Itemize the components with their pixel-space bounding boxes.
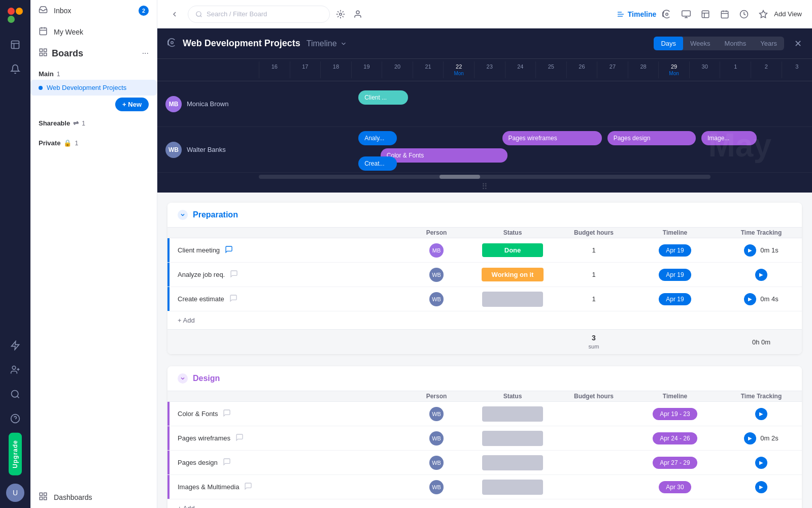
timeline-resize-handle[interactable]: ⠿ [157,181,812,193]
row-status-pages-wireframes[interactable] [467,431,558,446]
comment-icon-estimate[interactable] [229,294,238,304]
status-badge-images-multimedia[interactable] [482,480,543,495]
play-button-pages-wireframes[interactable]: ▶ [744,432,756,444]
new-board-button[interactable]: + New [115,98,149,111]
boards-more-icon[interactable]: ··· [142,49,149,58]
status-badge-analyze[interactable]: Working on it [482,268,544,281]
inbox-badge: 2 [139,6,149,16]
person-add-icon[interactable] [5,360,25,380]
search-bar[interactable]: Search / Filter Board [188,6,330,23]
comment-icon-client[interactable] [225,245,233,255]
preparation-chevron[interactable] [178,210,188,220]
upgrade-button[interactable]: Upgrade [9,433,22,475]
timeline-bar-analyze[interactable]: Analy... [358,131,397,145]
sidebar-item-inbox[interactable]: Inbox 2 [30,0,157,21]
play-button-client[interactable]: ▶ [744,244,756,257]
sidebar-item-shareable[interactable]: Shareable ⇌ 1 [30,113,157,133]
preparation-add-row[interactable]: + Add [167,311,802,329]
row-timeline-estimate[interactable]: Apr 19 [629,293,721,305]
boards-header[interactable]: Boards ··· [30,43,157,64]
play-button-analyze[interactable]: ▶ [755,269,767,281]
app-logo[interactable] [6,6,24,24]
sidebar-item-myweek[interactable]: My Week [30,21,157,43]
years-view-button[interactable]: Years [753,37,784,50]
play-button-images-multimedia[interactable]: ▶ [755,481,767,493]
user-avatar[interactable]: U [6,484,24,502]
comment-icon-pages-design[interactable] [223,458,231,467]
collapse-sidebar-button[interactable] [167,7,182,21]
search-icon[interactable] [5,384,25,404]
status-badge-estimate[interactable] [482,292,543,307]
status-badge-pages-design[interactable] [482,455,543,470]
row-status-color-fonts[interactable] [467,406,558,422]
row-timeline-images-multimedia[interactable]: Apr 30 [629,481,721,493]
months-view-button[interactable]: Months [718,37,754,50]
settings-icon[interactable] [167,38,177,49]
board-item-web-dev[interactable]: Web Development Projects [30,80,157,96]
play-button-color-fonts[interactable]: ▶ [755,408,767,420]
timeline-pill-pages-wireframes[interactable]: Apr 24 - 26 [653,432,697,444]
row-status-images-multimedia[interactable] [467,480,558,495]
row-status-analyze[interactable]: Working on it [467,268,558,281]
row-status-client[interactable]: Done [467,243,558,257]
board-color-dot [39,86,43,90]
table-row-pages-design: Pages design WB Apr 27 - 29 ▶ [167,451,802,475]
row-timeline-client[interactable]: Apr 19 [629,244,721,257]
status-badge-pages-wireframes[interactable] [482,431,543,446]
comment-icon-color-fonts[interactable] [223,409,231,419]
close-timeline-button[interactable]: ✕ [794,38,802,49]
timeline-view-button[interactable]: Timeline [617,10,657,18]
timeline-bar-pages-design[interactable]: Pages design [607,131,696,145]
design-col-header-person: Person [406,393,467,400]
svg-rect-21 [44,493,47,495]
comment-icon-analyze[interactable] [230,270,238,279]
timeline-pill-client[interactable]: Apr 19 [659,244,691,257]
play-button-pages-design[interactable]: ▶ [755,457,767,469]
timeline-pill-estimate[interactable]: Apr 19 [659,293,691,305]
timeline-pill-images-multimedia[interactable]: Apr 30 [659,481,691,493]
row-status-pages-design[interactable] [467,455,558,470]
svg-point-0 [8,8,15,15]
design-chevron[interactable] [178,373,188,384]
row-timeline-pages-design[interactable]: Apr 27 - 29 [629,457,721,469]
comment-icon-pages-wireframes[interactable] [235,433,244,443]
row-tracking-pages-wireframes: ▶ 0m 2s [721,432,802,444]
timeline-bar-color-fonts[interactable]: Color & Fonts [381,148,508,163]
comment-icon-images-multimedia[interactable] [244,482,252,492]
timeline-bar-create[interactable]: Creat... [358,156,397,171]
row-timeline-analyze[interactable]: Apr 19 [629,269,721,281]
group-design-title: Design [193,374,220,383]
timeline-scrollbar[interactable] [259,175,710,179]
design-table-header: Person Status Budget hours Timeline Time… [167,391,802,402]
row-timeline-color-fonts[interactable]: Apr 19 - 23 [629,408,721,420]
sidebar-item-dashboards[interactable]: Dashboards [30,487,157,508]
row-budget-analyze: 1 [558,271,629,278]
question-icon[interactable] [5,408,25,429]
play-button-estimate[interactable]: ▶ [744,293,756,305]
row-person-pages-wireframes: WB [406,431,467,446]
inbox-sidebar-icon[interactable] [5,35,25,55]
timeline-pill-color-fonts[interactable]: Apr 19 - 23 [653,408,697,420]
row-person-client: MB [406,243,467,258]
lightning-icon[interactable] [5,335,25,356]
timeline-pill-pages-design[interactable]: Apr 27 - 29 [653,457,697,469]
tracking-time-client: 0m 1s [760,246,778,254]
timeline-bar-pages-wireframes[interactable]: Pages wireframes [502,131,602,145]
status-badge-color-fonts[interactable] [482,406,543,422]
timeline-pill-analyze[interactable]: Apr 19 [659,269,691,281]
design-add-row[interactable]: + Add [167,499,802,508]
days-view-button[interactable]: Days [654,37,683,50]
status-badge-client[interactable]: Done [482,243,543,257]
row-status-estimate[interactable] [467,292,558,307]
table-row-pages-wireframes: Pages wireframes WB Apr 24 - 26 ▶ [167,426,802,451]
add-view-button[interactable]: Add View [774,10,802,18]
svg-marker-4 [12,341,19,350]
sidebar-item-private[interactable]: Private 🔒 1 [30,133,157,153]
timeline-scrollbar-thumb[interactable] [439,175,480,179]
weeks-view-button[interactable]: Weeks [683,37,718,50]
row-timeline-pages-wireframes[interactable]: Apr 24 - 26 [629,432,721,444]
timeline-bar-client[interactable]: Client ... [358,90,408,105]
filter-icon-area[interactable] [336,10,362,19]
bell-icon[interactable] [5,59,25,79]
timeline-bar-images[interactable]: Image... [701,131,757,145]
